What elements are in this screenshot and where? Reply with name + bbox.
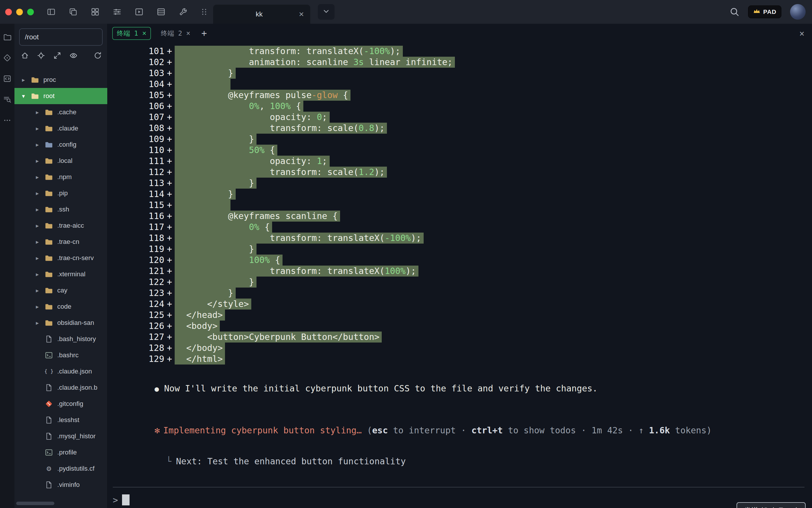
sliders-icon[interactable] bbox=[109, 4, 125, 19]
chevron-right-icon[interactable]: ▸ bbox=[36, 109, 45, 116]
line-number: 115 bbox=[113, 200, 164, 211]
tree-item-local[interactable]: ▸.local bbox=[14, 153, 107, 169]
zoom-window-button[interactable] bbox=[27, 9, 34, 15]
tree-item-npm[interactable]: ▸.npm bbox=[14, 169, 107, 185]
tree-item-proc[interactable]: ▸proc bbox=[14, 72, 107, 88]
diff-line-121: 121+ transform: translateX(100%); bbox=[113, 265, 812, 277]
diff-added-code: <body> bbox=[175, 321, 220, 332]
tree-item-claude-json-b[interactable]: .claude.json.b bbox=[14, 380, 107, 396]
send-button[interactable]: 发送 (Ctrl+Enter) bbox=[736, 502, 806, 508]
eye-icon[interactable] bbox=[70, 51, 78, 59]
chevron-right-icon[interactable]: ▸ bbox=[36, 206, 45, 213]
new-terminal-button[interactable]: + bbox=[201, 28, 207, 39]
tree-item-trae-cn[interactable]: ▸.trae-cn bbox=[14, 234, 107, 250]
list-search-icon[interactable] bbox=[1, 93, 13, 106]
chevron-down-icon[interactable]: ▾ bbox=[22, 93, 31, 99]
diff-added-code: 0%, 100% { bbox=[175, 101, 303, 112]
tree-item-cay[interactable]: ▸cay bbox=[14, 282, 107, 299]
tree-item-viminfo[interactable]: .viminfo bbox=[14, 477, 107, 493]
chevron-right-icon[interactable]: ▸ bbox=[36, 320, 45, 326]
status-meta-segment: esc bbox=[372, 425, 388, 435]
chevron-right-icon[interactable]: ▸ bbox=[36, 157, 45, 164]
wrench-icon[interactable] bbox=[176, 4, 190, 19]
tree-item-cache[interactable]: ▸.cache bbox=[14, 104, 107, 120]
target-icon[interactable] bbox=[1, 51, 13, 64]
diff-added-code: } bbox=[175, 188, 236, 200]
drag-handle-icon[interactable] bbox=[200, 7, 209, 16]
tab-list-dropdown[interactable] bbox=[318, 4, 334, 20]
tree-item-lesshst[interactable]: .lesshst bbox=[14, 412, 107, 428]
line-number: 117 bbox=[113, 222, 164, 232]
chevron-right-icon[interactable]: ▸ bbox=[36, 125, 45, 132]
chevron-right-icon[interactable]: ▸ bbox=[36, 303, 45, 310]
chevron-right-icon[interactable]: ▸ bbox=[36, 287, 45, 294]
chevron-right-icon[interactable]: ▸ bbox=[36, 174, 45, 180]
tree-item-pydistutils-cf[interactable]: ⚙.pydistutils.cf bbox=[14, 461, 107, 477]
line-number: 114 bbox=[113, 188, 164, 200]
terminal-tab-1[interactable]: 终端 1× bbox=[112, 27, 151, 40]
tree-item-xterminal[interactable]: ▸.xterminal bbox=[14, 266, 107, 282]
rows-icon[interactable] bbox=[153, 4, 169, 19]
panel-icon[interactable] bbox=[44, 4, 59, 19]
terminal-panel: 终端 1×终端 2× + × 101+ transform: translate… bbox=[107, 24, 812, 508]
tree-item-profile[interactable]: .profile bbox=[14, 444, 107, 461]
tree-item-mysql_histor[interactable]: .mysql_histor bbox=[14, 428, 107, 444]
path-input[interactable] bbox=[19, 28, 103, 46]
copy-icon[interactable] bbox=[65, 4, 81, 19]
terminal-tab-close-icon[interactable]: × bbox=[142, 30, 146, 37]
diff-line-112: 112+ transform: scale(1.2); bbox=[113, 167, 812, 178]
close-window-button[interactable] bbox=[5, 9, 12, 15]
line-number: 116 bbox=[113, 211, 164, 222]
search-icon[interactable] bbox=[730, 7, 739, 17]
chevron-right-icon[interactable]: ▸ bbox=[36, 271, 45, 278]
expand-icon[interactable] bbox=[53, 51, 61, 59]
refresh-icon[interactable] bbox=[94, 51, 102, 59]
tree-item-code[interactable]: ▸code bbox=[14, 299, 107, 315]
panel-close-icon[interactable]: × bbox=[799, 28, 805, 39]
tree-item-ssh[interactable]: ▸.ssh bbox=[14, 201, 107, 218]
locate-icon[interactable] bbox=[37, 51, 45, 59]
tree-item-bash_history[interactable]: .bash_history bbox=[14, 331, 107, 347]
avatar[interactable] bbox=[790, 4, 806, 20]
folder-icon bbox=[45, 238, 53, 246]
tree-item-trae-cn-serv[interactable]: ▸.trae-cn-serv bbox=[14, 250, 107, 266]
minimize-window-button[interactable] bbox=[16, 9, 23, 15]
diff-add-marker: + bbox=[164, 299, 175, 309]
tree-item-root[interactable]: ▾root bbox=[14, 88, 107, 104]
tree-item-claude[interactable]: ▸.claude bbox=[14, 120, 107, 136]
tree-item-pip[interactable]: ▸.pip bbox=[14, 185, 107, 201]
terminal-tab-2[interactable]: 终端 2× bbox=[157, 28, 194, 39]
run-icon[interactable] bbox=[132, 4, 147, 19]
chevron-right-icon[interactable]: ▸ bbox=[22, 76, 31, 83]
terminal-tab-close-icon[interactable]: × bbox=[186, 30, 190, 37]
chevron-right-icon[interactable]: ▸ bbox=[36, 190, 45, 197]
tree-item-obsidian-san[interactable]: ▸obsidian-san bbox=[14, 315, 107, 331]
diff-line-101: 101+ transform: translateX(-100%); bbox=[113, 46, 812, 57]
tree-item-gitconfig[interactable]: .gitconfig bbox=[14, 396, 107, 412]
tree-item-bashrc[interactable]: .bashrc bbox=[14, 347, 107, 363]
tab-close-icon[interactable]: × bbox=[299, 10, 304, 18]
grid-icon[interactable] bbox=[88, 4, 103, 19]
explorer-icon[interactable] bbox=[1, 31, 13, 43]
status-meta-segment: tokens) bbox=[670, 425, 712, 435]
chevron-right-icon[interactable]: ▸ bbox=[36, 222, 45, 229]
terminal-output[interactable]: 101+ transform: translateX(-100%);102+ a… bbox=[107, 39, 812, 508]
editor-tab-kk[interactable]: kk × bbox=[213, 5, 310, 24]
tree-item-config[interactable]: ▸.config bbox=[14, 136, 107, 153]
terminal-prompt[interactable]: > bbox=[113, 495, 812, 505]
chevron-right-icon[interactable]: ▸ bbox=[36, 255, 45, 261]
tree-item-label: .mysql_histor bbox=[57, 432, 96, 440]
traffic-lights bbox=[5, 9, 34, 15]
tree-item-trae-aicc[interactable]: ▸.trae-aicc bbox=[14, 218, 107, 234]
line-number: 113 bbox=[113, 178, 164, 188]
diff-line-129: 129+</html> bbox=[113, 353, 812, 365]
more-icon[interactable] bbox=[1, 114, 13, 127]
box-code-icon[interactable] bbox=[1, 72, 13, 85]
pad-badge[interactable]: PAD bbox=[748, 5, 781, 18]
home-icon[interactable] bbox=[21, 51, 29, 59]
chevron-right-icon[interactable]: ▸ bbox=[36, 239, 45, 245]
diff-add-marker: + bbox=[164, 167, 175, 178]
tree-item-claude-json[interactable]: { }.claude.json bbox=[14, 363, 107, 380]
chevron-right-icon[interactable]: ▸ bbox=[36, 141, 45, 148]
horizontal-scrollbar[interactable] bbox=[16, 502, 54, 505]
